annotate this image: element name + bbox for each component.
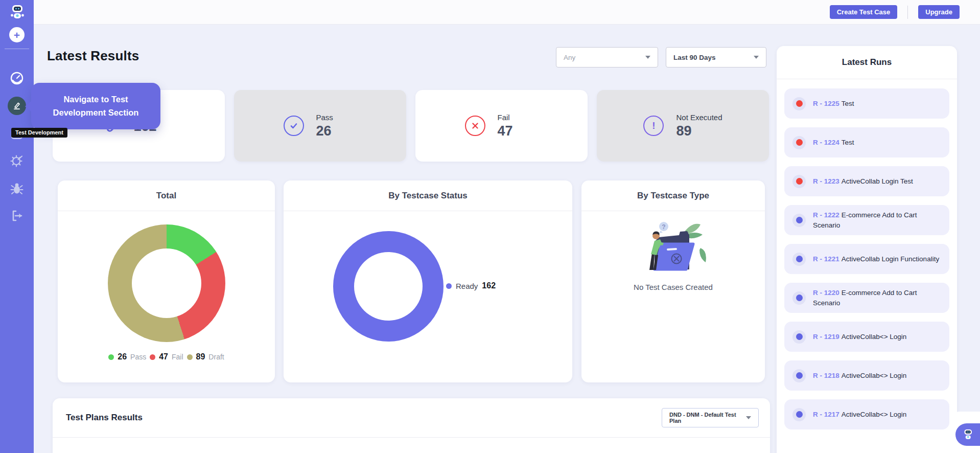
app-logo-robot-icon[interactable] (0, 3, 34, 21)
run-status-dot (792, 214, 806, 227)
navigation-callout-tooltip: Navigate to Test Development Section (31, 83, 160, 129)
testcase-filter-value: Any (564, 54, 575, 61)
sidebar-item-defects[interactable] (0, 181, 34, 196)
sidebar: + (0, 0, 34, 453)
legend-value-fail: 47 (159, 352, 168, 361)
date-range-dropdown[interactable]: Last 90 Days (666, 47, 766, 67)
run-item-text: R - 1219ActiveCollab<> Login (813, 332, 906, 342)
donut-hole (132, 248, 201, 318)
total-chart-legend: 26 Pass 47 Fail 89 Draft (58, 352, 275, 361)
run-id-link[interactable]: R - 1222 (813, 211, 839, 219)
test-plan-value: DND - DNM - Default Test Plan (669, 412, 746, 424)
total-donut-chart[interactable] (108, 224, 225, 342)
status-chart-legend: Ready 162 (446, 281, 496, 290)
run-item-text: R - 1217ActiveCollab<> Login (813, 410, 906, 420)
stat-value-not-executed: 89 (676, 123, 722, 139)
run-list-item[interactable]: R - 1222E-commerce Add to Cart Scenario (784, 205, 949, 235)
check-circle-icon (284, 116, 304, 136)
run-id-link[interactable]: R - 1223 (813, 177, 839, 185)
run-id-link[interactable]: R - 1224 (813, 139, 839, 146)
legend-value-ready: 162 (482, 281, 496, 290)
run-list-item[interactable]: R - 1220E-commerce Add to Cart Scenario (784, 283, 949, 313)
run-item-text: R - 1218ActiveCollab<> Login (813, 371, 906, 381)
plus-icon: + (9, 27, 25, 42)
stat-value-fail: 47 (498, 123, 539, 139)
run-status-dot (792, 97, 806, 110)
run-id-link[interactable]: R - 1225 (813, 100, 839, 107)
chevron-down-icon (754, 56, 759, 59)
run-list-item[interactable]: R - 1224Test (784, 127, 949, 157)
svg-text:?: ? (662, 223, 665, 231)
chart-title-total: Total (58, 180, 275, 211)
run-list-item[interactable]: R - 1221ActiveCollab Login Functionality (784, 244, 949, 274)
stat-card-not-executed[interactable]: ! Not Executed 89 (597, 90, 769, 162)
stat-card-fail[interactable]: Fail 47 (415, 90, 588, 162)
create-new-button[interactable]: + (0, 27, 34, 42)
run-list-item[interactable]: R - 1223ActiveCollab Login Test (784, 166, 949, 196)
run-item-text: R - 1224Test (813, 138, 854, 148)
run-item-text: R - 1222E-commerce Add to Cart Scenario (813, 210, 942, 230)
run-list-item[interactable]: R - 1219ActiveCollab<> Login (784, 322, 949, 352)
run-id-link[interactable]: R - 1221 (813, 255, 839, 263)
chart-card-total: Total 26 Pass 47 Fail 89 Draft (58, 180, 275, 382)
run-list-item[interactable]: R - 1217ActiveCollab<> Login (784, 399, 949, 429)
chart-title-testcase-status: By Testcase Status (284, 180, 572, 211)
legend-dot-pass (108, 354, 114, 360)
chevron-down-icon (645, 56, 650, 59)
run-list-item[interactable]: R - 1225Test (784, 88, 949, 119)
run-id-link[interactable]: R - 1220 (813, 289, 839, 297)
bug-icon (9, 181, 25, 196)
test-plans-title: Test Plans Results (66, 413, 143, 423)
stat-label-pass: Pass (316, 113, 357, 122)
run-status-dot (792, 330, 806, 344)
legend-dot-draft (187, 354, 193, 360)
sidebar-divider (5, 49, 29, 49)
latest-runs-title: Latest Runs (777, 46, 957, 79)
stat-value-pass: 26 (316, 123, 357, 139)
exclamation-circle-icon: ! (643, 116, 664, 136)
upgrade-button[interactable]: Upgrade (918, 5, 960, 19)
sidebar-item-dashboard[interactable] (0, 71, 34, 85)
donut-hole (354, 252, 423, 321)
x-circle-icon (465, 116, 485, 136)
gear-wrench-icon (9, 153, 25, 169)
stat-label-not-executed: Not Executed (676, 113, 722, 122)
stat-label-fail: Fail (498, 113, 539, 122)
legend-dot-ready (446, 283, 452, 289)
stat-card-pass[interactable]: Pass 26 (234, 90, 406, 162)
chart-title-testcase-type: By Testcase Type (581, 180, 765, 211)
create-test-case-button[interactable]: Create Test Case (830, 5, 898, 19)
chat-robot-icon (961, 428, 974, 441)
run-id-link[interactable]: R - 1218 (813, 372, 839, 379)
legend-value-draft: 89 (196, 352, 205, 361)
run-list-item[interactable]: R - 1218ActiveCollab<> Login (784, 360, 949, 391)
run-id-link[interactable]: R - 1219 (813, 333, 839, 341)
latest-runs-card: Latest Runs R - 1225TestR - 1224TestR - … (777, 46, 957, 453)
run-id-link[interactable]: R - 1217 (813, 411, 839, 418)
legend-label-ready: Ready (456, 282, 478, 290)
run-status-dot (792, 253, 806, 266)
chevron-down-icon (746, 416, 751, 419)
sidebar-item-test-execution[interactable] (0, 153, 34, 169)
legend-label-draft: Draft (208, 353, 224, 361)
sidebar-tooltip: Test Development (11, 128, 67, 138)
run-item-text: R - 1220E-commerce Add to Cart Scenario (813, 288, 942, 308)
legend-label-fail: Fail (172, 353, 183, 361)
latest-runs-list: R - 1225TestR - 1224TestR - 1223ActiveCo… (777, 79, 957, 439)
status-donut-chart[interactable] (333, 231, 444, 342)
chart-card-testcase-status: By Testcase Status Ready 162 (284, 180, 572, 382)
active-item-highlight (8, 97, 26, 115)
topbar-divider (907, 6, 908, 19)
run-status-dot (792, 408, 806, 421)
topbar: Create Test Case Upgrade (34, 0, 980, 25)
test-plan-dropdown[interactable]: DND - DNM - Default Test Plan (662, 408, 759, 427)
test-plans-card: Test Plans Results DND - DNM - Default T… (53, 398, 770, 453)
page-title: Latest Results (47, 48, 139, 64)
testcase-filter-dropdown[interactable]: Any (556, 47, 658, 67)
run-item-text: R - 1221ActiveCollab Login Functionality (813, 254, 939, 264)
sidebar-item-logout[interactable] (0, 209, 34, 223)
run-status-dot (792, 175, 806, 188)
chat-assistant-button[interactable] (955, 423, 980, 446)
chart-card-testcase-type: By Testcase Type ? No Test Cases Created (581, 180, 765, 382)
gauge-icon (10, 71, 24, 85)
